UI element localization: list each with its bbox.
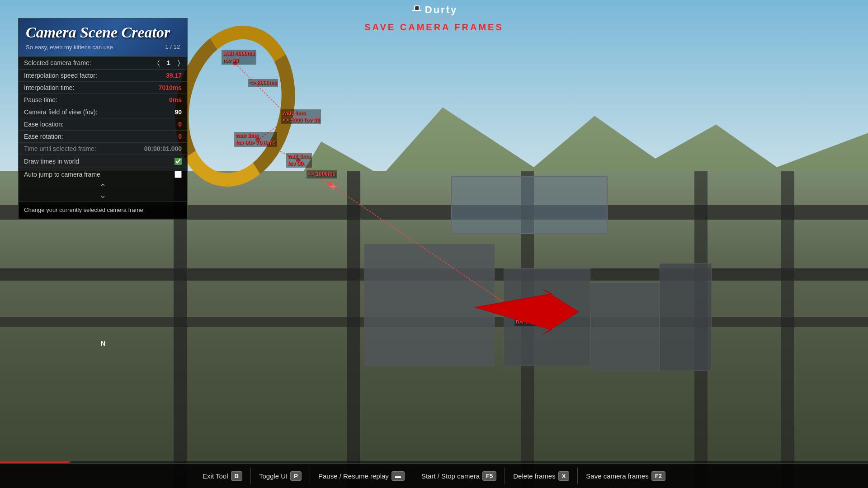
- ease-location-row: Ease location: 0: [19, 118, 187, 131]
- time-until-frame-row: Time until selected frame: 00:00:01.000: [19, 143, 187, 155]
- svg-rect-17: [412, 10, 421, 11]
- durty-logo: Durty MAP EDITOR SAVE CAMERA FRAMES: [364, 4, 504, 33]
- scroll-down-icon[interactable]: ⌄: [99, 191, 106, 199]
- time-until-frame-label: Time until selected frame:: [24, 145, 144, 152]
- interpolation-speed-row: Interpolation speed factor: 39.17: [19, 70, 187, 82]
- panel-header: Camera Scene Creator So easy, even my ki…: [19, 19, 187, 56]
- delete-frames-key: X: [558, 471, 570, 481]
- toolbar-pause-resume[interactable]: Pause / Resume replay ▬: [310, 468, 413, 484]
- toolbar-start-stop-camera[interactable]: Start / Stop camera F5: [413, 468, 505, 484]
- auto-jump-row[interactable]: Auto jump to camera frame: [19, 168, 187, 181]
- building-3: [590, 283, 660, 371]
- auto-jump-label: Auto jump to camera frame: [24, 171, 100, 178]
- bottom-toolbar: Exit Tool B Toggle UI P Pause / Resume r…: [0, 463, 868, 488]
- top-title-area: Durty MAP EDITOR SAVE CAMERA FRAMES: [355, 0, 513, 36]
- delete-frames-label: Delete frames: [513, 472, 555, 480]
- pause-time-label: Pause time:: [24, 96, 155, 103]
- ease-rotation-row: Ease rotation: 0: [19, 131, 187, 143]
- toolbar-save-frames[interactable]: Save camera frames F2: [578, 468, 674, 484]
- interpolation-speed-label: Interpolation speed factor:: [24, 72, 155, 79]
- frame-nav[interactable]: 〈 1 〉: [156, 59, 182, 67]
- scroll-up-icon[interactable]: ⌃: [99, 183, 106, 191]
- ui-panel: Camera Scene Creator So easy, even my ki…: [18, 18, 188, 219]
- help-text: Change your currently selected camera fr…: [19, 202, 187, 219]
- frame-next-arrow[interactable]: 〉: [176, 59, 182, 67]
- ease-location-label: Ease location:: [24, 121, 155, 128]
- pause-resume-key: ▬: [392, 471, 405, 481]
- selected-frame-row: Selected camera frame: 〈 1 〉: [19, 56, 187, 70]
- annotation-1: wait 4000msfov 90: [222, 50, 256, 65]
- annotation-6: <> 1000ms: [307, 170, 337, 178]
- fov-row: Camera field of view (fov): 90: [19, 106, 187, 118]
- annotation-2: <> 8000ms: [248, 79, 278, 87]
- save-frames-label: Save camera frames: [586, 472, 648, 480]
- pause-time-row: Pause time: 0ms: [19, 94, 187, 106]
- draw-times-checkbox[interactable]: [175, 158, 182, 165]
- start-stop-key: F5: [482, 471, 496, 481]
- bridge: [451, 176, 608, 235]
- ease-rotation-label: Ease rotation:: [24, 133, 155, 140]
- selected-frame-label: Selected camera frame:: [24, 59, 156, 66]
- save-camera-title: SAVE CAMERA FRAMES: [364, 22, 504, 33]
- annotation-5: wait 0msfov 90: [286, 153, 312, 168]
- pause-resume-label: Pause / Resume replay: [318, 472, 389, 480]
- toggle-ui-label: Toggle UI: [259, 472, 288, 480]
- draw-times-row[interactable]: Draw times in world: [19, 155, 187, 168]
- draw-times-label: Draw times in world: [24, 158, 79, 165]
- panel-title: Camera Scene Creator: [26, 24, 180, 41]
- annotation-3: wait 0ms<> 5000 fov 90: [281, 109, 321, 124]
- toolbar-delete-frames[interactable]: Delete frames X: [505, 468, 578, 484]
- scroll-controls[interactable]: ⌃ ⌄: [19, 181, 187, 202]
- building-4: [660, 263, 712, 371]
- auto-jump-checkbox[interactable]: [175, 171, 182, 178]
- panel-subtitle: So easy, even my kittens can use: [26, 44, 113, 51]
- building-1: [364, 244, 495, 366]
- logo-subtext: MAP EDITOR: [411, 16, 457, 21]
- annotation-7: wait 0msfov 90: [514, 311, 540, 326]
- svg-rect-16: [415, 6, 419, 10]
- fov-label: Camera field of view (fov):: [24, 108, 155, 116]
- interpolation-time-label: Interpolation time:: [24, 84, 155, 91]
- durty-icon: [410, 4, 423, 16]
- panel-count: 1 / 12: [165, 43, 180, 50]
- start-stop-label: Start / Stop camera: [421, 472, 480, 480]
- interpolation-time-row: Interpolation time: 7010ms: [19, 82, 187, 94]
- toolbar-toggle-ui[interactable]: Toggle UI P: [251, 468, 310, 484]
- fov-value: 90: [155, 108, 182, 116]
- interpolation-time-value: 7010ms: [155, 84, 182, 91]
- road-v2: [347, 171, 360, 488]
- frame-number: 1: [164, 59, 173, 66]
- frame-prev-arrow[interactable]: 〈: [156, 59, 161, 67]
- exit-tool-label: Exit Tool: [203, 472, 228, 480]
- toolbar-exit-tool[interactable]: Exit Tool B: [194, 468, 251, 484]
- road-v5: [781, 171, 794, 488]
- crosshair: [329, 182, 338, 193]
- compass-n: N: [101, 340, 105, 347]
- annotation-4: wait 0msfov 90> 7010ms: [234, 132, 277, 147]
- pause-time-value: 0ms: [155, 96, 182, 103]
- toggle-ui-key: P: [290, 471, 302, 481]
- exit-tool-key: B: [231, 471, 242, 481]
- save-frames-key: F2: [651, 471, 665, 481]
- ease-rotation-value: 0: [155, 133, 182, 140]
- interpolation-speed-value: 39.17: [155, 72, 182, 79]
- logo-text: Durty: [425, 4, 458, 16]
- ease-location-value: 0: [155, 121, 182, 128]
- time-until-frame-value: 00:00:01.000: [144, 145, 182, 152]
